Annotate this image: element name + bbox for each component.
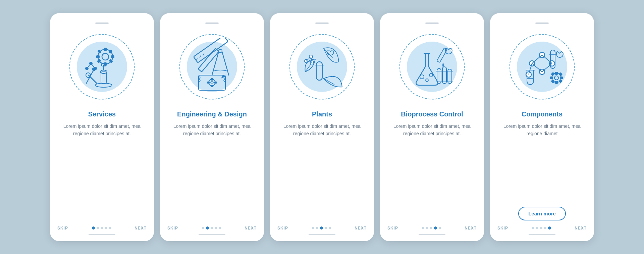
dot-3	[211, 227, 213, 229]
dot-4	[215, 227, 217, 229]
skip-button[interactable]: SKIP	[497, 226, 508, 231]
plants-title: Plants	[312, 110, 332, 118]
svg-line-31	[222, 52, 229, 75]
top-bar	[315, 22, 329, 24]
svg-rect-78	[558, 79, 562, 83]
dot-5	[109, 227, 111, 229]
svg-rect-37	[211, 85, 213, 87]
plants-icon	[293, 38, 351, 95]
dots	[202, 226, 221, 230]
dot-1	[532, 227, 534, 229]
engineering-title: Engineering & Design	[177, 110, 247, 118]
services-icon	[73, 38, 130, 95]
svg-rect-39	[214, 82, 217, 84]
svg-point-72	[554, 76, 558, 80]
card-bioprocess: Bioprocess Control Lorem ipsum dolor sit…	[380, 13, 484, 241]
bottom-bar	[199, 234, 225, 235]
svg-rect-33	[199, 75, 225, 90]
svg-line-22	[86, 70, 94, 84]
dot-3	[320, 226, 323, 230]
dot-1	[202, 227, 204, 229]
svg-line-25	[196, 58, 198, 60]
svg-rect-4	[96, 55, 100, 58]
svg-line-13	[87, 63, 91, 68]
illustration-engineering	[175, 30, 249, 104]
dot-2	[316, 227, 318, 229]
plants-footer: SKIP NEXT	[277, 222, 367, 231]
illustration-bioprocess	[395, 30, 469, 104]
card-services: Services Lorem ipsum dolor sit dim amet,…	[50, 13, 154, 241]
dot-1	[92, 226, 95, 230]
illustration-components	[505, 30, 579, 104]
svg-rect-5	[111, 55, 114, 58]
dot-4	[434, 226, 437, 230]
dot-5	[329, 227, 331, 229]
bioprocess-body: Lorem ipsum dolor sit dim amet, mea regi…	[387, 122, 477, 222]
illustration-plants	[285, 30, 359, 104]
dot-3	[430, 227, 432, 229]
dot-2	[536, 227, 538, 229]
svg-rect-74	[555, 81, 558, 84]
svg-line-26	[200, 55, 201, 58]
dot-4	[544, 227, 546, 229]
dot-4	[325, 227, 327, 229]
dot-3	[540, 227, 542, 229]
skip-button[interactable]: SKIP	[387, 226, 398, 231]
bioprocess-title: Bioprocess Control	[401, 110, 463, 118]
next-button[interactable]: NEXT	[245, 226, 257, 231]
dot-2	[426, 227, 428, 229]
bioprocess-icon	[404, 38, 461, 95]
dot-5	[439, 227, 441, 229]
svg-rect-36	[211, 78, 213, 81]
svg-rect-75	[550, 77, 553, 79]
top-bar	[535, 22, 549, 24]
dot-1	[422, 227, 424, 229]
svg-rect-79	[551, 79, 555, 83]
svg-point-53	[426, 79, 428, 82]
card-components: Components Lorem ipsum dolor sit dim ame…	[490, 13, 594, 241]
svg-rect-2	[104, 48, 107, 51]
skip-button[interactable]: SKIP	[277, 226, 288, 231]
svg-rect-80	[558, 72, 562, 76]
dot-2	[97, 227, 99, 229]
dot-3	[101, 227, 103, 229]
svg-line-66	[532, 55, 542, 63]
dot-5	[548, 226, 551, 230]
components-body: Lorem ipsum dolor sit dim amet, mea regi…	[497, 122, 587, 203]
dot-2	[206, 226, 209, 230]
skip-button[interactable]: SKIP	[167, 226, 178, 231]
dots	[532, 226, 551, 230]
illustration-services	[65, 30, 139, 104]
svg-point-54	[429, 73, 433, 77]
dots	[92, 226, 111, 230]
bottom-bar	[309, 234, 335, 235]
svg-rect-43	[316, 62, 322, 80]
skip-button[interactable]: SKIP	[57, 226, 68, 231]
engineering-body: Lorem ipsum dolor sit dim amet, mea regi…	[167, 122, 257, 222]
svg-rect-57	[442, 67, 446, 84]
engineering-icon	[183, 38, 240, 95]
services-body: Lorem ipsum dolor sit dim amet, mea regi…	[57, 122, 147, 222]
svg-rect-6	[97, 49, 102, 54]
next-button[interactable]: NEXT	[135, 226, 147, 231]
top-bar	[205, 22, 219, 24]
bottom-bar	[89, 234, 115, 235]
services-title: Services	[88, 110, 116, 118]
next-button[interactable]: NEXT	[465, 226, 477, 231]
dot-5	[219, 227, 221, 229]
next-button[interactable]: NEXT	[355, 226, 367, 231]
svg-point-35	[211, 81, 213, 84]
next-button[interactable]: NEXT	[575, 226, 587, 231]
svg-rect-77	[551, 72, 555, 76]
card-engineering: Engineering & Design Lorem ipsum dolor s…	[160, 13, 264, 241]
dots	[312, 226, 331, 230]
dots	[422, 226, 441, 230]
plants-body: Lorem ipsum dolor sit dim amet, mea regi…	[277, 122, 367, 222]
svg-rect-38	[207, 82, 210, 84]
svg-line-14	[91, 63, 95, 68]
svg-point-52	[420, 75, 424, 79]
components-icon	[514, 38, 571, 95]
learn-more-button[interactable]: Learn more	[518, 207, 566, 220]
bottom-bar	[419, 234, 445, 235]
services-footer: SKIP NEXT	[57, 222, 147, 231]
